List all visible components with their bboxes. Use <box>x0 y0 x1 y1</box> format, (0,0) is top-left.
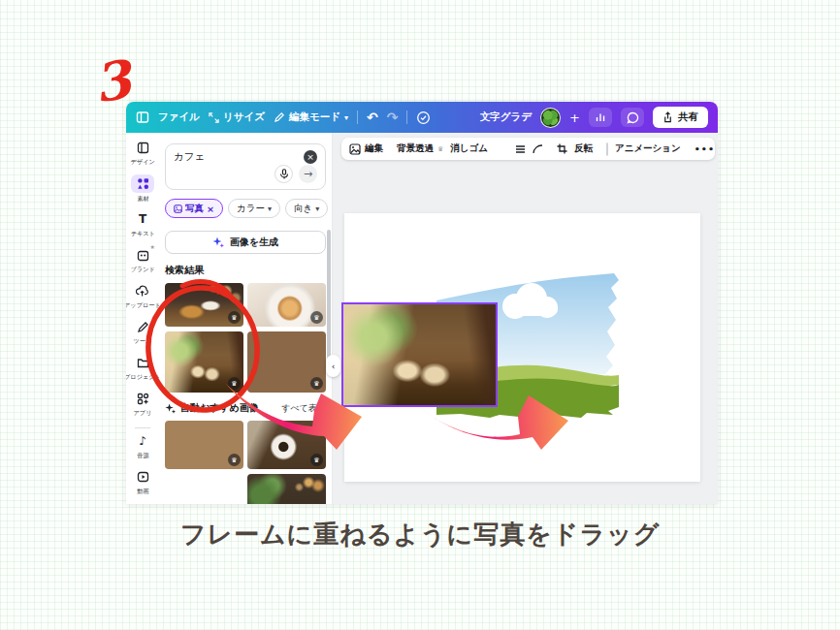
panel-collapse-button[interactable]: ‹ <box>326 355 340 377</box>
animation-button[interactable]: アニメーション <box>615 142 681 155</box>
add-member-button[interactable]: + <box>569 110 580 125</box>
pro-crown-badge: ♛ <box>228 377 241 390</box>
search-submit-button[interactable]: → <box>299 165 317 183</box>
recommended-photo[interactable]: ♛ <box>247 421 326 469</box>
search-input[interactable]: カフェ <box>174 150 205 164</box>
recommended-header: 自動おすすめ画像 すべて表示 <box>165 401 326 415</box>
apps-icon <box>132 390 153 407</box>
selected-element-label: 文字グラデ <box>480 110 532 124</box>
design-icon <box>132 139 153 156</box>
microphone-icon <box>279 169 289 179</box>
divider <box>357 110 358 124</box>
sidebar-item-video[interactable]: 動画 <box>126 468 159 504</box>
sidebar-item-projects[interactable]: プロジェクト <box>126 354 159 390</box>
tutorial-slide: 3 ファイル リサイズ 編集モード ▾ ↶ ↷ <box>0 0 840 630</box>
transparency-icon[interactable] <box>606 142 608 156</box>
rail-divider <box>135 427 150 428</box>
filter-chips: 写真 × カラー ▾ 向き ▾ › <box>165 199 326 218</box>
recommended-photo[interactable] <box>165 474 243 504</box>
sidebar-item-design[interactable]: デザイン <box>126 139 159 174</box>
sliders-icon <box>515 144 526 154</box>
sidebar-item-brand[interactable]: ★ ブランド <box>126 246 159 282</box>
comments-button[interactable] <box>621 108 644 127</box>
eraser-button[interactable]: 消しゴム <box>450 142 488 155</box>
search-result-photo[interactable]: ♛ <box>247 331 326 393</box>
draw-icon <box>132 318 153 335</box>
generate-image-button[interactable]: 画像を生成 <box>165 231 326 254</box>
resize-icon <box>209 112 219 123</box>
sparkle-icon <box>165 403 176 414</box>
sidebar-item-audio[interactable]: ♪ 音源 <box>126 432 159 468</box>
edit-mode-menu[interactable]: 編集モード ▾ <box>274 110 348 124</box>
share-button[interactable]: 共有 <box>653 107 708 128</box>
search-result-photo-circled[interactable]: ♛ <box>165 331 243 393</box>
sidebar-item-elements[interactable]: 素材 <box>126 174 159 210</box>
pro-crown-badge: ♛ <box>310 311 323 324</box>
recommended-photo[interactable]: ♛ <box>165 421 243 469</box>
folder-icon <box>132 354 153 371</box>
show-all-link[interactable]: すべて表示 <box>281 402 326 415</box>
chevron-down-icon: ▾ <box>315 205 319 213</box>
remove-chip-icon[interactable]: × <box>207 204 214 214</box>
bar-chart-icon <box>595 111 606 123</box>
results-header: 検索結果 <box>165 264 326 277</box>
undo-button[interactable]: ↶ <box>367 110 378 125</box>
sidebar-item-tools[interactable]: ツール <box>126 318 159 354</box>
pencil-icon <box>274 111 285 123</box>
upload-icon <box>132 282 153 299</box>
search-panel: カフェ × → 写真 × <box>159 133 333 504</box>
cloud-saved-icon <box>416 110 431 125</box>
image-icon <box>174 205 182 213</box>
elements-icon <box>131 174 154 193</box>
pro-crown-badge: ♛ <box>310 377 323 390</box>
recommended-grid: ♛ ♛ <box>165 421 326 504</box>
adjust-button[interactable] <box>515 144 526 154</box>
avatar[interactable] <box>540 108 561 128</box>
chip-photo[interactable]: 写真 × <box>165 199 223 218</box>
search-box[interactable]: カフェ × → <box>165 143 326 190</box>
divider <box>406 110 407 124</box>
bg-remove-button[interactable]: 背景透過 ♛ <box>397 142 443 155</box>
panel-scrollbar[interactable] <box>327 230 331 363</box>
comment-bubble-icon <box>627 111 639 124</box>
image-icon <box>349 143 361 155</box>
music-note-icon: ♪ <box>132 432 153 450</box>
sidebar-item-text[interactable]: T テキスト <box>126 210 159 246</box>
chevron-down-icon: ▾ <box>344 113 348 122</box>
chip-color[interactable]: カラー ▾ <box>228 199 280 218</box>
image-toolbar: 編集 背景透過 ♛ 消しゴム <box>341 138 715 160</box>
search-results-grid: ♛ ♛ ♛ ♛ <box>165 283 326 393</box>
search-result-photo[interactable]: ♛ <box>165 283 243 327</box>
voice-search-button[interactable] <box>275 165 293 183</box>
chevron-down-icon: ▾ <box>268 205 272 213</box>
arc-button[interactable] <box>533 144 543 154</box>
more-button[interactable]: ••• <box>695 143 715 154</box>
clear-search-button[interactable]: × <box>304 150 317 164</box>
pro-crown-icon: ♛ <box>437 145 443 153</box>
resize-menu[interactable]: リサイズ <box>209 110 265 124</box>
file-menu[interactable]: ファイル <box>158 110 200 124</box>
pro-crown-badge: ♛ <box>228 311 241 324</box>
dragged-photo[interactable] <box>341 302 498 407</box>
search-result-photo[interactable]: ♛ <box>247 283 326 327</box>
share-upload-icon <box>662 111 673 123</box>
caption-text: フレームに重ねるように写真をドラッグ <box>0 518 840 551</box>
home-panel-icon[interactable] <box>136 110 149 124</box>
crop-button[interactable] <box>557 143 567 154</box>
sidebar-item-uploads[interactable]: アップロード <box>126 282 159 318</box>
edit-image-button[interactable]: 編集 <box>349 142 383 155</box>
new-feature-star-icon: ★ <box>150 243 155 250</box>
pro-crown-badge: ♛ <box>228 454 241 466</box>
recommended-photo[interactable] <box>247 474 326 504</box>
text-icon: T <box>132 210 153 228</box>
pro-crown-badge: ♛ <box>310 454 323 466</box>
magic-sparkle-icon <box>212 236 224 248</box>
crop-icon <box>557 143 567 154</box>
flip-button[interactable]: 反転 <box>574 142 593 155</box>
video-icon <box>132 468 153 486</box>
insights-button[interactable] <box>589 108 612 127</box>
arc-icon <box>533 144 543 154</box>
sidebar-item-apps[interactable]: アプリ <box>126 390 159 425</box>
chip-orientation[interactable]: 向き ▾ <box>285 199 328 218</box>
redo-button[interactable]: ↷ <box>387 110 399 125</box>
